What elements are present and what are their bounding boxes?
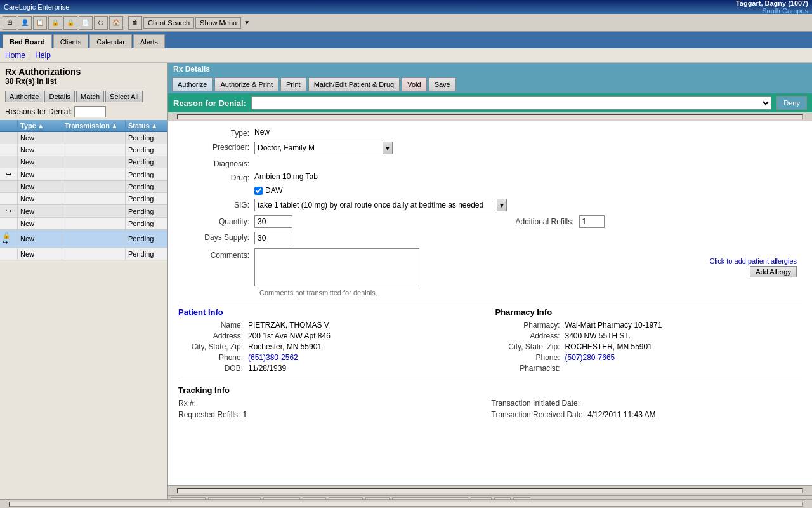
authorize-button[interactable]: Authorize (5, 91, 43, 102)
allergy-link[interactable]: Click to add patient allergies (709, 257, 797, 265)
sort-icon-2[interactable]: ▲ (111, 122, 118, 130)
row-status-6: Pending (126, 193, 167, 204)
comments-note: Comments not transmitted for denials. (259, 289, 802, 297)
row-status-4: Pending (126, 168, 167, 180)
show-menu-button[interactable]: Show Menu (195, 17, 241, 29)
row-status-10: Pending (126, 248, 167, 260)
transaction-received-label: Transaction Received Date: (492, 410, 588, 419)
home-link[interactable]: Home (5, 51, 25, 60)
toolbar-icon-3[interactable]: 📋 (33, 16, 47, 30)
sig-input[interactable] (254, 199, 495, 211)
quantity-input[interactable] (254, 215, 292, 228)
list-item[interactable]: ↪ New Pending (0, 168, 167, 181)
nav-separator: | (29, 51, 31, 60)
select-all-button[interactable]: Select All (105, 91, 143, 102)
toolbar-icon-6[interactable]: 📄 (79, 16, 93, 30)
prescriber-input[interactable] (254, 142, 381, 154)
sig-label: SIG: (178, 201, 254, 210)
app-title: CareLogic Enterprise (4, 3, 69, 11)
toolbar-icon-delete[interactable]: 🗑 (128, 16, 142, 30)
patient-city-value: Rochester, MN 55901 (248, 342, 322, 351)
row-type-7: New (18, 205, 62, 217)
tab-alerts[interactable]: Alerts (133, 34, 165, 48)
tab-bed-board[interactable]: Bed Board (3, 34, 52, 48)
patient-name-label: Name: (178, 321, 248, 330)
row-type-4: New (18, 168, 62, 180)
list-item[interactable]: New Pending (0, 248, 167, 260)
pharmacy-phone-label: Phone: (495, 353, 565, 362)
row-type-3: New (18, 156, 62, 168)
rx-num-label: Rx #: (178, 399, 199, 408)
tab-calendar[interactable]: Calendar (89, 34, 132, 48)
toolbar-icon-1[interactable]: 🖹 (3, 16, 16, 30)
drug-label: Drug: (178, 172, 254, 182)
list-item[interactable]: New Pending (0, 218, 167, 230)
list-item[interactable]: New Pending (0, 181, 167, 193)
days-supply-label: Days Supply: (178, 232, 254, 242)
requested-refills-label: Requested Refills: (178, 410, 242, 419)
patient-dob-label: DOB: (178, 364, 248, 373)
patient-name-value: PIETRZAK, THOMAS V (248, 321, 329, 330)
denial-reason-input[interactable] (74, 106, 106, 117)
row-trans-5 (62, 181, 126, 192)
daw-checkbox[interactable] (254, 187, 263, 195)
toolbar-icon-8[interactable]: 🏠 (109, 16, 123, 30)
deny-button[interactable]: Deny (776, 96, 807, 110)
list-item[interactable]: ↪ New Pending (0, 205, 167, 218)
sig-dropdown-arrow[interactable]: ▼ (497, 199, 507, 211)
denial-reason-dropdown[interactable] (251, 96, 771, 110)
row-status-5: Pending (126, 181, 167, 192)
patient-info-title[interactable]: Patient Info (178, 307, 485, 317)
row-status-7: Pending (126, 205, 167, 217)
save-button[interactable]: Save (429, 77, 456, 91)
patient-address-label: Address: (178, 331, 248, 340)
row-trans-9 (62, 230, 126, 248)
tab-clients[interactable]: Clients (53, 34, 89, 48)
details-button[interactable]: Details (44, 91, 75, 102)
match-edit-button[interactable]: Match/Edit Patient & Drug (308, 77, 400, 91)
sort-icon-3[interactable]: ▲ (151, 122, 158, 130)
toolbar-icon-5[interactable]: 🔒 (63, 16, 77, 30)
col-type-header: Type ▲ (18, 120, 62, 131)
row-icon-8 (0, 218, 18, 229)
row-type-9: New (18, 230, 62, 248)
match-button[interactable]: Match (76, 91, 104, 102)
col-icon-header (0, 120, 18, 131)
list-item[interactable]: New Pending (0, 156, 167, 168)
row-trans-4 (62, 168, 126, 180)
client-search-button[interactable]: Client Search (143, 17, 194, 29)
list-item[interactable]: 🔒↪ New Pending (0, 230, 167, 248)
authorize-rx-button[interactable]: Authorize (172, 77, 213, 91)
help-link[interactable]: Help (35, 51, 51, 60)
authorize-print-button[interactable]: Authorize & Print (214, 77, 278, 91)
row-icon-1 (0, 132, 18, 144)
list-item[interactable]: New Pending (0, 193, 167, 205)
denial-reason-label: Reasons for Denial: (5, 107, 72, 116)
pharmacy-city-value: ROCHESTER, MN 55901 (565, 342, 652, 351)
void-button[interactable]: Void (402, 77, 426, 91)
row-type-6: New (18, 193, 62, 204)
transaction-received-value: 4/12/2011 11:43 AM (587, 410, 655, 419)
row-icon-4: ↪ (0, 168, 18, 180)
list-item[interactable]: New Pending (0, 132, 167, 144)
row-icon-9: 🔒↪ (0, 230, 18, 248)
print-button[interactable]: Print (280, 77, 306, 91)
rx-details-title: Rx Details (173, 65, 210, 74)
prescriber-dropdown-arrow[interactable]: ▼ (383, 142, 393, 154)
list-item[interactable]: New Pending (0, 144, 167, 156)
denial-bar-label: Reason for Denial: (173, 98, 246, 108)
row-status-3: Pending (126, 156, 167, 168)
add-allergy-button[interactable]: Add Allergy (750, 266, 797, 277)
toolbar-icon-4[interactable]: 🔒 (48, 16, 62, 30)
rx-count: 30 Rx(s) in list (5, 77, 162, 86)
comments-textarea[interactable] (254, 248, 419, 286)
additional-refills-input[interactable] (579, 215, 605, 228)
sort-icon[interactable]: ▲ (37, 122, 44, 130)
pharmacy-city-label: City, State, Zip: (495, 342, 565, 351)
row-status-1: Pending (126, 132, 167, 144)
toolbar-icon-7[interactable]: ⭮ (94, 16, 108, 30)
days-supply-input[interactable] (254, 232, 292, 244)
row-trans-2 (62, 144, 126, 156)
rx-form: Type: New Prescriber: ▼ Diagnosis: (168, 121, 812, 485)
toolbar-icon-2[interactable]: 👤 (18, 16, 32, 30)
